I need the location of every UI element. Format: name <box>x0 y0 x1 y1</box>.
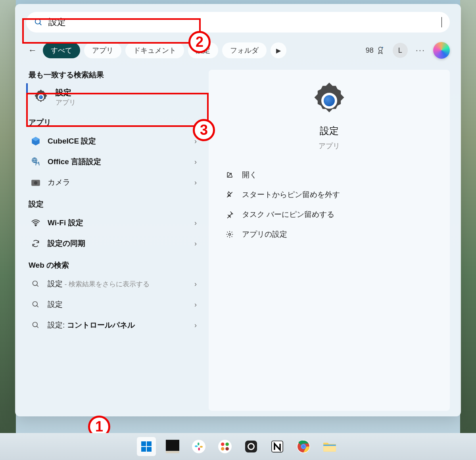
setting-wifi[interactable]: Wi-Fi 設定 › <box>26 213 201 233</box>
svg-rect-13 <box>141 447 146 452</box>
results-list: 最も一致する検索結果 設定 アプリ アプリ CubeICE 設定 › Off <box>26 70 201 411</box>
taskbar <box>0 433 476 460</box>
detail-pane: 設定 アプリ 開く スタートからピン留めを外す タスク バーにピン留めする アプ… <box>209 70 450 411</box>
search-icon <box>34 18 43 27</box>
chevron-right-icon: › <box>194 137 197 146</box>
chevron-right-icon: › <box>194 280 197 288</box>
text-caret <box>441 17 442 27</box>
svg-rect-11 <box>141 441 146 446</box>
user-avatar[interactable]: L <box>393 43 408 58</box>
pin-icon <box>225 210 234 219</box>
svg-point-5 <box>34 181 38 185</box>
action-pin-taskbar[interactable]: タスク バーにピン留めする <box>217 205 442 224</box>
best-match-sub: アプリ <box>56 98 76 107</box>
app-result-office-lang[interactable]: Office 言語設定 › <box>26 151 201 172</box>
web-result-control-panel[interactable]: 設定: コントロールパネル › <box>26 315 201 335</box>
app-result-camera[interactable]: カメラ › <box>26 172 201 193</box>
wallpaper-right <box>460 0 476 460</box>
section-web: Web の検索 <box>29 260 201 270</box>
wallpaper-left <box>0 0 16 460</box>
detail-title: 設定 <box>320 125 339 137</box>
svg-point-7 <box>33 281 38 286</box>
search-box[interactable]: 設定 <box>26 12 450 33</box>
best-match-item[interactable]: 設定 アプリ <box>26 83 201 111</box>
filter-all[interactable]: すべて <box>43 42 80 58</box>
section-settings: 設定 <box>29 199 201 209</box>
taskbar-app-3[interactable] <box>215 437 234 456</box>
filter-more[interactable]: ▶ <box>271 42 286 58</box>
best-match-title: 設定 <box>56 87 76 98</box>
taskbar-chrome[interactable] <box>294 437 313 456</box>
unpin-icon <box>225 190 234 199</box>
section-best-match: 最も一致する検索結果 <box>29 70 201 80</box>
svg-point-22 <box>225 443 229 446</box>
chevron-right-icon: › <box>194 301 197 309</box>
gear-icon <box>225 230 234 239</box>
chevron-right-icon: › <box>194 321 197 330</box>
svg-point-32 <box>302 445 305 448</box>
taskbar-notion[interactable] <box>268 437 287 456</box>
copilot-button[interactable] <box>433 42 450 59</box>
web-result-settei[interactable]: 設定 › <box>26 294 201 315</box>
start-button[interactable] <box>137 437 156 456</box>
chevron-right-icon: › <box>194 219 197 227</box>
svg-rect-12 <box>147 441 152 446</box>
chevron-right-icon: › <box>194 158 197 166</box>
svg-point-1 <box>378 47 382 51</box>
taskbar-app-4[interactable] <box>242 437 261 456</box>
svg-rect-17 <box>198 443 199 445</box>
action-unpin-start[interactable]: スタートからピン留めを外す <box>217 185 442 205</box>
filter-apps[interactable]: アプリ <box>84 42 121 58</box>
action-open[interactable]: 開く <box>217 165 442 185</box>
svg-point-6 <box>35 225 36 226</box>
search-icon <box>30 320 41 331</box>
search-input[interactable]: 設定 <box>48 16 436 28</box>
cube-icon <box>30 136 41 147</box>
svg-rect-18 <box>200 446 203 448</box>
more-button[interactable]: ··· <box>416 45 425 56</box>
filter-settings[interactable]: 設定 <box>188 42 218 58</box>
svg-point-20 <box>218 440 232 453</box>
svg-rect-14 <box>147 447 152 452</box>
svg-point-21 <box>221 443 225 446</box>
search-icon <box>30 278 41 289</box>
camera-icon <box>30 177 41 188</box>
search-icon <box>30 299 41 310</box>
svg-point-24 <box>225 447 229 450</box>
start-search-panel: 設定 ← すべて アプリ ドキュメント 設定 フォルダ ▶ 98 L ··· 最… <box>15 4 461 416</box>
chevron-right-icon: › <box>194 240 197 248</box>
wifi-icon <box>30 217 41 228</box>
chevron-right-icon: › <box>194 178 197 187</box>
svg-point-10 <box>229 234 231 236</box>
language-icon <box>30 156 41 167</box>
taskbar-app-1[interactable] <box>163 437 182 456</box>
back-button[interactable]: ← <box>26 44 39 57</box>
action-app-settings[interactable]: アプリの設定 <box>217 224 442 244</box>
svg-point-9 <box>33 322 38 327</box>
svg-rect-34 <box>323 445 336 446</box>
taskbar-explorer[interactable] <box>320 437 339 456</box>
detail-sub: アプリ <box>319 141 340 151</box>
app-result-cubeice[interactable]: CubeICE 設定 › <box>26 131 201 151</box>
svg-point-2 <box>382 47 383 48</box>
svg-rect-25 <box>245 441 257 452</box>
section-apps: アプリ <box>29 117 201 128</box>
filter-folders[interactable]: フォルダ <box>222 42 267 58</box>
svg-rect-16 <box>195 445 198 447</box>
settings-icon <box>309 81 349 121</box>
filter-documents[interactable]: ドキュメント <box>125 42 184 58</box>
svg-rect-19 <box>198 448 200 450</box>
web-result-more[interactable]: 設定 - 検索結果をさらに表示する › <box>26 274 201 294</box>
sync-icon <box>30 238 41 249</box>
svg-point-23 <box>221 447 225 450</box>
svg-point-0 <box>35 19 40 24</box>
setting-sync[interactable]: 設定の同期 › <box>26 233 201 254</box>
svg-point-15 <box>192 440 205 453</box>
rewards-icon <box>376 46 385 55</box>
settings-icon <box>33 89 49 105</box>
rewards-points[interactable]: 98 <box>366 46 385 55</box>
taskbar-slack[interactable] <box>189 437 208 456</box>
open-icon <box>225 171 234 179</box>
svg-point-8 <box>33 302 38 307</box>
